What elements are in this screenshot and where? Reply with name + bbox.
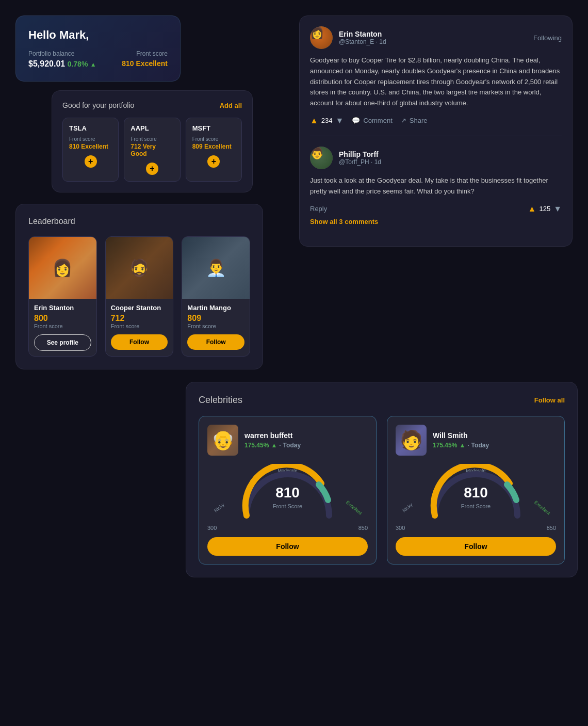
lb-score-label-erin: Front score [34, 323, 91, 329]
front-score-label: Front score [122, 50, 168, 57]
hello-card: Hello Mark, Portfolio balance $5,920.01 … [15, 15, 181, 82]
share-icon: ↗ [401, 117, 406, 124]
downvote-icon-2[interactable]: ▼ [553, 204, 562, 214]
post-text-erin: Goodyear to buy Cooper Tire for $2.8 bil… [310, 55, 562, 109]
list-item: 🧔 Cooper Stanton 712 Front score Follow [105, 236, 174, 357]
celeb-score-will: 810 [461, 485, 491, 501]
ticker-tsla: TSLA [69, 124, 112, 132]
portfolio-card: Good for your portfolio Add all TSLA Fro… [52, 90, 253, 192]
share-button[interactable]: ↗ Share [401, 117, 428, 124]
follow-cooper-button[interactable]: Follow [111, 334, 168, 350]
ticker-msft: MSFT [192, 124, 235, 132]
show-comments-button[interactable]: Show all 3 comments [310, 218, 562, 225]
portfolio-title: Good for your portfolio [62, 101, 134, 109]
comment-button[interactable]: 💬 Comment [352, 117, 392, 124]
front-score-value: 810 Excellent [122, 59, 168, 68]
post-handle-phillip: @Torff_PH · 1d [339, 158, 562, 166]
avatar-martin: 👨‍💼 [182, 237, 250, 299]
celeb-name-warren: warren buffett [244, 431, 301, 440]
post-name-erin: Erin Stanton [339, 30, 533, 38]
gauge-range-warren: 300 850 [207, 525, 368, 531]
balance-value: $5,920.01 0.78% ▲ [28, 59, 96, 69]
avatar-erin: 👩 [29, 237, 96, 299]
social-card: 👩 Erin Stanton @Stanton_E · 1d Following… [299, 15, 573, 247]
post-name-phillip: Phillip Torff [339, 150, 562, 158]
fs-value-aapl: 712 Very Good [130, 143, 173, 157]
gauge-warren: Moderate Risky Excellent 810 Front Score [207, 464, 368, 521]
celebrities-list: 👴 warren buffett 175.45% ▲ · Today Moder… [199, 416, 565, 564]
avatar-will: 🧑 [396, 425, 427, 456]
add-all-button[interactable]: Add all [220, 102, 242, 109]
lb-name-erin: Erin Stanton [34, 304, 91, 312]
upvote-count: 234 [321, 117, 333, 124]
upvote-count-2: 125 [539, 205, 550, 213]
follow-all-button[interactable]: Follow all [534, 396, 565, 404]
gauge-range-will: 300 850 [396, 525, 556, 531]
avatar-warren: 👴 [207, 425, 238, 456]
follow-will-button[interactable]: Follow [396, 537, 556, 556]
follow-warren-button[interactable]: Follow [207, 537, 368, 556]
gauge-will: Moderate Risky Excellent 810 Front Score [396, 464, 556, 521]
comment-icon: 💬 [352, 117, 360, 124]
avatar-cooper: 🧔 [106, 237, 173, 299]
celeb-perf-warren: 175.45% ▲ · Today [244, 442, 301, 449]
add-tsla-button[interactable]: + [85, 155, 97, 168]
fs-label-msft: Front score [192, 136, 235, 142]
post-erin: 👩 Erin Stanton @Stanton_E · 1d Following… [310, 26, 562, 136]
downvote-icon[interactable]: ▼ [336, 116, 344, 125]
celeb-score-label-will: Front Score [461, 503, 491, 509]
upvote-icon[interactable]: ▲ [310, 116, 318, 125]
lb-score-erin: 800 [34, 314, 91, 323]
lb-name-martin: Martin Mango [187, 304, 244, 312]
lb-name-cooper: Cooper Stanton [111, 304, 168, 312]
upvote-icon-2[interactable]: ▲ [528, 204, 536, 214]
fs-label-tsla: Front score [69, 136, 112, 142]
celeb-will: 🧑 Will Smith 175.45% ▲ · Today Moderate … [387, 416, 565, 564]
avatar: 👨 [310, 147, 333, 169]
stock-tsla: TSLA Front score 810 Excellent + [62, 118, 119, 182]
post-phillip: 👨 Phillip Torff @Torff_PH · 1d Just took… [310, 147, 562, 236]
lb-score-martin: 809 [187, 314, 244, 323]
stocks-row: TSLA Front score 810 Excellent + AAPL Fr… [62, 118, 242, 182]
post-handle-erin: @Stanton_E · 1d [339, 38, 533, 45]
list-item: 👩 Erin Stanton 800 Front score See profi… [28, 236, 97, 357]
celebrities-title: Celebrities [199, 395, 242, 406]
leaderboard-list: 👩 Erin Stanton 800 Front score See profi… [28, 236, 250, 357]
lb-score-cooper: 712 [111, 314, 168, 323]
ticker-aapl: AAPL [130, 124, 173, 132]
fs-label-aapl: Front score [130, 136, 173, 142]
stock-aapl: AAPL Front score 712 Very Good + [124, 118, 180, 182]
see-profile-button[interactable]: See profile [34, 334, 91, 351]
celeb-warren: 👴 warren buffett 175.45% ▲ · Today Moder… [199, 416, 377, 564]
celeb-score-label-warren: Front Score [273, 503, 302, 509]
celeb-name-will: Will Smith [433, 431, 489, 440]
fs-value-tsla: 810 Excellent [69, 143, 112, 150]
post-text-phillip: Just took a look at the Goodyear deal. M… [310, 175, 562, 197]
following-badge: Following [533, 34, 562, 42]
lb-score-label-martin: Front score [187, 323, 244, 329]
fs-value-msft: 809 Excellent [192, 143, 235, 150]
celeb-score-warren: 810 [273, 485, 302, 501]
celebrities-card: Celebrities Follow all 👴 warren buffett … [186, 382, 578, 577]
add-msft-button[interactable]: + [207, 155, 220, 168]
stock-msft: MSFT Front score 809 Excellent + [186, 118, 242, 182]
lb-score-label-cooper: Front score [111, 323, 168, 329]
balance-label: Portfolio balance [28, 50, 96, 57]
follow-martin-button[interactable]: Follow [187, 334, 244, 350]
greeting: Hello Mark, [28, 28, 168, 42]
reply-button[interactable]: Reply [310, 205, 327, 213]
avatar: 👩 [310, 26, 333, 49]
list-item: 👨‍💼 Martin Mango 809 Front score Follow [182, 236, 250, 357]
leaderboard-title: Leaderboard [28, 217, 250, 226]
celeb-perf-will: 175.45% ▲ · Today [433, 442, 489, 449]
leaderboard-card: Leaderboard 👩 Erin Stanton 800 Front sco… [15, 204, 263, 369]
add-aapl-button[interactable]: + [146, 163, 158, 175]
